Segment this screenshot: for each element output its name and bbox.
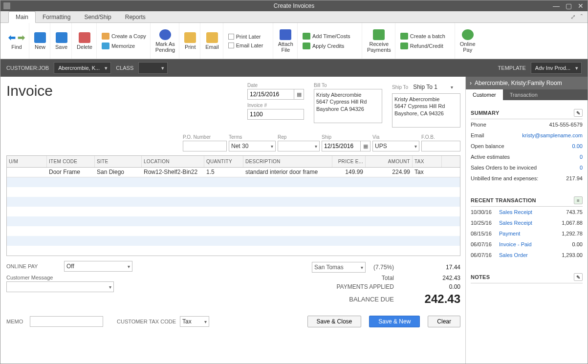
via-select[interactable]: UPS [372, 141, 419, 151]
close-icon[interactable]: ✕ [578, 2, 584, 10]
memo-input[interactable] [30, 316, 103, 327]
next-arrow-icon[interactable]: ➡ [18, 32, 25, 43]
online-pay-button[interactable]: Online Pay [460, 29, 476, 53]
transaction-row[interactable]: 06/07/16Sales Order1,293.00 [471, 250, 583, 260]
table-row[interactable] [7, 177, 460, 187]
table-row[interactable] [7, 236, 460, 246]
refund-credit-button[interactable]: Refund/Credit [400, 42, 443, 50]
checkbox-icon [228, 34, 234, 40]
col-qty: QUANTITY [204, 156, 243, 167]
memorize-icon [102, 43, 109, 49]
check-circle-icon [159, 29, 171, 40]
transaction-row[interactable]: 06/07/16Invoice - Paid0.00 [471, 239, 583, 250]
unbilled-label: Unbilled time and expenses: [471, 175, 538, 181]
apply-credits-button[interactable]: Apply Credits [303, 42, 344, 50]
collapse-icon[interactable]: ˆ [581, 13, 583, 21]
refund-icon [400, 43, 408, 49]
ship-to-textarea[interactable]: Kristy Abercrombie 5647 Cypress Hill Rd … [392, 93, 460, 128]
tax-amount: 17.44 [402, 264, 460, 271]
table-row[interactable] [7, 197, 460, 207]
print-later-checkbox[interactable]: Print Later [228, 33, 261, 41]
rep-select[interactable] [278, 141, 320, 151]
ship-date-input[interactable] [322, 141, 361, 151]
tab-sendship[interactable]: Send/Ship [77, 12, 118, 22]
col-um: U/M [7, 156, 47, 167]
maximize-icon[interactable]: ▢ [566, 2, 572, 10]
add-time-costs-button[interactable]: Add Time/Costs [303, 32, 350, 41]
table-row[interactable] [7, 226, 460, 236]
ship-to-label: Ship To [392, 85, 408, 90]
prev-arrow-icon[interactable]: ⬅ [8, 32, 16, 43]
minimize-icon[interactable]: — [553, 2, 560, 10]
pencil-icon[interactable]: ✎ [574, 273, 583, 281]
calendar-icon[interactable]: ▦ [361, 141, 370, 151]
create-copy-button[interactable]: Create a Copy [102, 32, 146, 41]
balance-value: 242.43 [402, 292, 460, 306]
table-row[interactable]: Door Frame San Diego Row12-Shelf2-Bin22 … [7, 168, 460, 177]
total-label: Total [382, 275, 394, 281]
class-select[interactable] [138, 62, 168, 74]
transaction-row[interactable]: 10/25/16Sales Receipt1,067.88 [471, 217, 583, 228]
tab-reports[interactable]: Reports [118, 12, 152, 22]
save-close-button[interactable]: Save & Close [307, 316, 362, 327]
find-button[interactable]: Find [11, 44, 22, 50]
mark-pending-button[interactable]: Mark As Pending [155, 29, 175, 53]
email-label: Email [471, 132, 484, 138]
col-tax: TAX [413, 156, 442, 167]
bill-to-textarea[interactable]: Kristy Abercrombie 5647 Cypress Hill Rd … [314, 89, 382, 123]
transaction-row[interactable]: 08/15/16Payment1,292.78 [471, 228, 583, 239]
clear-button[interactable]: Clear [428, 316, 460, 327]
save-new-button[interactable]: Save & New [369, 316, 420, 327]
active-estimates-label: Active estimates [471, 154, 510, 160]
calendar-icon[interactable]: ▦ [294, 89, 304, 100]
email-link[interactable]: kristy@samplename.com [522, 132, 583, 138]
open-balance-value[interactable]: 0.00 [572, 143, 583, 149]
email-later-checkbox[interactable]: Email Later [228, 42, 263, 49]
unbilled-value: 217.94 [566, 175, 583, 181]
terms-select[interactable]: Net 30 [229, 141, 276, 151]
sales-orders-value[interactable]: 0 [580, 165, 583, 171]
table-row[interactable] [7, 246, 460, 256]
email-icon [206, 32, 218, 43]
ship-to-select[interactable]: Ship To 1 [411, 83, 455, 91]
expand-icon[interactable]: ⤢ [570, 13, 576, 21]
clock-plus-icon [303, 33, 310, 40]
po-input[interactable] [183, 141, 227, 151]
receive-payments-button[interactable]: Receive Payments [367, 29, 391, 53]
transactions-icon[interactable]: ≡ [574, 196, 583, 204]
notes-title: NOTES [471, 274, 490, 280]
pencil-icon[interactable]: ✎ [574, 109, 583, 117]
new-button[interactable]: New [34, 32, 46, 50]
via-label: Via [372, 134, 419, 140]
transaction-row[interactable]: 10/30/16Sales Receipt743.75 [471, 207, 583, 217]
side-header: › Abercrombie, Kristy:Family Room [466, 77, 588, 89]
table-row[interactable] [7, 216, 460, 226]
customer-tax-select[interactable]: Tax [180, 316, 209, 327]
customer-job-select[interactable]: Abercrombie, K... [54, 62, 111, 74]
tab-main[interactable]: Main [8, 11, 36, 23]
table-row[interactable] [7, 207, 460, 216]
table-row[interactable] [7, 187, 460, 197]
print-button[interactable]: Print [184, 32, 196, 50]
active-estimates-value[interactable]: 0 [580, 154, 583, 160]
save-button[interactable]: Save [55, 32, 67, 50]
memorize-button[interactable]: Memorize [102, 42, 135, 50]
sales-orders-label: Sales Orders to be invoiced [471, 165, 537, 171]
customer-message-select[interactable] [6, 281, 114, 292]
memo-label: MEMO [6, 319, 26, 324]
side-tab-transaction[interactable]: Transaction [503, 89, 544, 100]
invoice-no-input[interactable] [247, 109, 304, 120]
delete-button[interactable]: Delete [77, 32, 92, 50]
create-batch-button[interactable]: Create a batch [400, 32, 445, 41]
email-button[interactable]: Email [205, 32, 219, 50]
date-input[interactable] [247, 89, 294, 100]
chevron-right-icon[interactable]: › [470, 80, 472, 86]
side-panel: › Abercrombie, Kristy:Family Room Custom… [465, 77, 588, 364]
tab-formatting[interactable]: Formatting [36, 12, 77, 22]
tax-item-select[interactable]: San Tomas [312, 262, 366, 273]
fob-input[interactable] [421, 141, 460, 151]
side-tab-customer[interactable]: Customer [466, 89, 503, 100]
online-pay-select[interactable]: Off [64, 261, 132, 272]
attach-file-button[interactable]: Attach File [278, 29, 293, 53]
template-select[interactable]: Adv Inv Prod... [531, 62, 582, 74]
